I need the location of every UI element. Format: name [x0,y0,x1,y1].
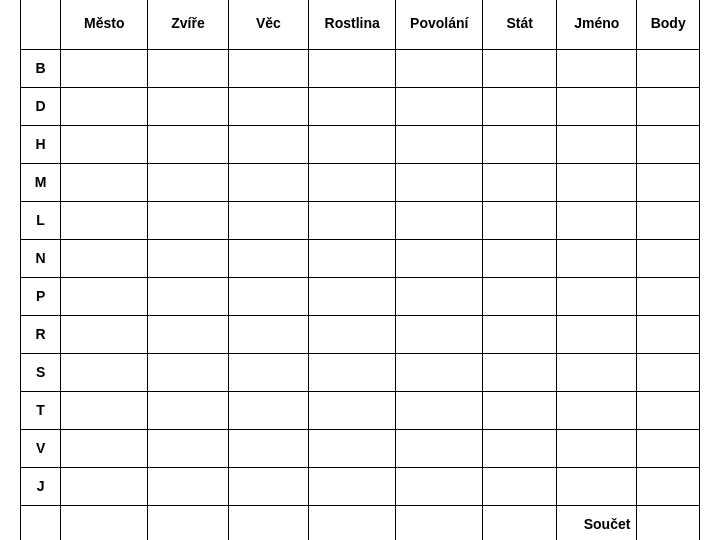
cell-povolani[interactable] [396,201,483,239]
cell-vec[interactable] [228,315,308,353]
cell-body[interactable] [637,391,700,429]
cell-miasto[interactable] [61,201,148,239]
cell-body[interactable] [637,201,700,239]
cell-zvire[interactable] [148,87,228,125]
cell-povolani[interactable] [396,467,483,505]
cell-zvire[interactable] [148,201,228,239]
cell-povolani[interactable] [396,239,483,277]
cell-rostlina[interactable] [309,467,396,505]
cell-rostlina[interactable] [309,277,396,315]
cell-body[interactable] [637,353,700,391]
cell-povolani[interactable] [396,163,483,201]
cell-vec[interactable] [228,201,308,239]
cell-vec[interactable] [228,163,308,201]
cell-vec[interactable] [228,277,308,315]
cell-povolani[interactable] [396,49,483,87]
cell-body[interactable] [637,467,700,505]
cell-zvire[interactable] [148,429,228,467]
cell-jmeno[interactable] [557,277,637,315]
cell-povolani[interactable] [396,353,483,391]
cell-jmeno[interactable] [557,163,637,201]
cell-zvire[interactable] [148,353,228,391]
cell-miasto[interactable] [61,429,148,467]
cell-povolani[interactable] [396,277,483,315]
cell-zvire[interactable] [148,277,228,315]
cell-miasto[interactable] [61,315,148,353]
cell-vec[interactable] [228,467,308,505]
cell-rostlina[interactable] [309,49,396,87]
cell-zvire[interactable] [148,391,228,429]
cell-vec[interactable] [228,353,308,391]
cell-povolani[interactable] [396,125,483,163]
cell-stat[interactable] [483,277,557,315]
cell-rostlina[interactable] [309,429,396,467]
cell-miasto[interactable] [61,163,148,201]
cell-povolani[interactable] [396,429,483,467]
cell-jmeno[interactable] [557,201,637,239]
cell-body[interactable] [637,429,700,467]
cell-miasto[interactable] [61,353,148,391]
cell-rostlina[interactable] [309,125,396,163]
cell-rostlina[interactable] [309,391,396,429]
game-table: Město Zvíře Věc Rostlina Povolání Stát J… [20,0,700,540]
cell-miasto[interactable] [61,125,148,163]
cell-povolani[interactable] [396,87,483,125]
cell-jmeno[interactable] [557,353,637,391]
cell-body[interactable] [637,163,700,201]
cell-zvire[interactable] [148,315,228,353]
cell-stat[interactable] [483,125,557,163]
cell-body[interactable] [637,315,700,353]
cell-zvire[interactable] [148,125,228,163]
cell-rostlina[interactable] [309,315,396,353]
cell-povolani[interactable] [396,315,483,353]
cell-rostlina[interactable] [309,87,396,125]
cell-stat[interactable] [483,49,557,87]
cell-jmeno[interactable] [557,87,637,125]
cell-letter: B [21,49,61,87]
cell-zvire[interactable] [148,163,228,201]
cell-stat[interactable] [483,429,557,467]
cell-letter: T [21,391,61,429]
cell-rostlina[interactable] [309,353,396,391]
cell-vec[interactable] [228,429,308,467]
table-row: D [21,87,700,125]
cell-vec[interactable] [228,125,308,163]
cell-vec[interactable] [228,49,308,87]
cell-vec[interactable] [228,87,308,125]
cell-rostlina[interactable] [309,201,396,239]
cell-stat[interactable] [483,353,557,391]
cell-zvire[interactable] [148,49,228,87]
cell-jmeno[interactable] [557,391,637,429]
cell-povolani[interactable] [396,391,483,429]
cell-body[interactable] [637,49,700,87]
cell-stat[interactable] [483,239,557,277]
cell-vec[interactable] [228,391,308,429]
cell-body[interactable] [637,277,700,315]
cell-body[interactable] [637,87,700,125]
cell-miasto[interactable] [61,277,148,315]
cell-rostlina[interactable] [309,163,396,201]
cell-stat[interactable] [483,201,557,239]
cell-vec[interactable] [228,239,308,277]
cell-jmeno[interactable] [557,315,637,353]
cell-stat[interactable] [483,467,557,505]
cell-miasto[interactable] [61,239,148,277]
cell-miasto[interactable] [61,467,148,505]
cell-jmeno[interactable] [557,429,637,467]
cell-stat[interactable] [483,391,557,429]
cell-miasto[interactable] [61,49,148,87]
cell-body[interactable] [637,125,700,163]
cell-jmeno[interactable] [557,125,637,163]
cell-jmeno[interactable] [557,467,637,505]
cell-miasto[interactable] [61,87,148,125]
cell-zvire[interactable] [148,239,228,277]
cell-jmeno[interactable] [557,239,637,277]
cell-miasto[interactable] [61,391,148,429]
cell-body[interactable] [637,239,700,277]
cell-rostlina[interactable] [309,239,396,277]
cell-stat[interactable] [483,163,557,201]
cell-jmeno[interactable] [557,49,637,87]
cell-stat[interactable] [483,87,557,125]
cell-stat[interactable] [483,315,557,353]
cell-zvire[interactable] [148,467,228,505]
